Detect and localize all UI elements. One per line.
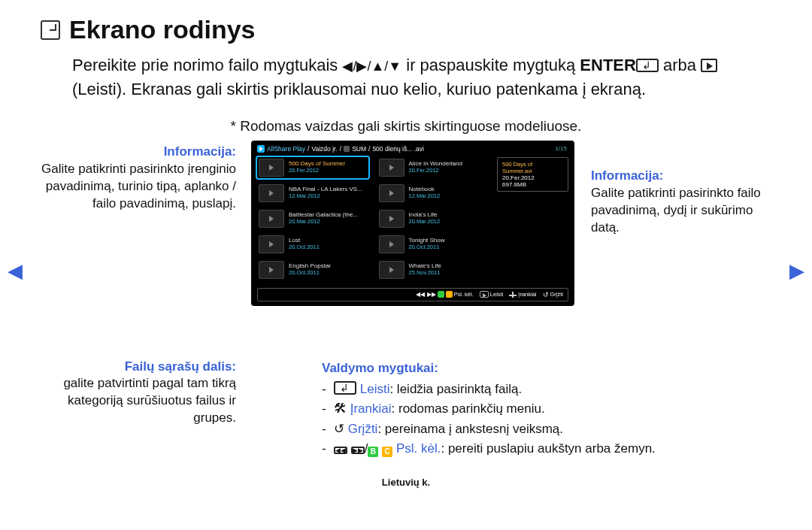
enter-icon: [636, 59, 659, 72]
page-title: Ekrano rodinys: [69, 15, 256, 44]
control-tools: -🛠 Įrankiai: rodomas parinkčių meniu.: [322, 399, 771, 419]
yellow-c-icon: C: [382, 447, 392, 457]
control-page: - /B C Psl. kėl.: pereiti puslapiu aukšt…: [322, 439, 771, 459]
play-icon: [701, 59, 717, 72]
list-item[interactable]: Lost20.Oct.2011: [257, 234, 368, 255]
breadcrumb: AllShare Play / Vaizdo įr. / SUM / 500 d…: [257, 145, 568, 153]
left-info-text: Galite patikrinti pasirinkto įrenginio p…: [41, 161, 236, 213]
forward-icon: [351, 447, 365, 454]
control-return: -↺ Grįžti: pereinama į ankstesnį veiksmą…: [322, 419, 771, 439]
list-item[interactable]: NBA Final - LA Lakers VS...12.Mar.2012: [257, 183, 368, 204]
green-b-icon: B: [368, 447, 378, 457]
page-indicator: 1/15: [555, 145, 567, 152]
enter-icon: [334, 381, 356, 395]
dpad-arrows: ◀/▶/▲/▼: [342, 59, 401, 74]
list-item[interactable]: Alice In Wonderland20.Fer.2012: [377, 157, 489, 178]
list-item[interactable]: Battlestar Galactica (the...20.Mar.2012: [257, 208, 368, 229]
allshare-icon: [257, 145, 265, 153]
file-column-1: 500 Days of Summer20.Fer.2012 NBA Final …: [257, 157, 368, 280]
tools-icon: 🛠: [334, 401, 347, 416]
files-section-label: Failų sąrašų dalis:: [41, 359, 236, 376]
tv-screenshot: AllShare Play / Vaizdo įr. / SUM / 500 d…: [251, 141, 574, 306]
tv-bottom-bar: ◀◀ ▶▶ Psl. kėl. Leisti Įrankiai ↺ Grįžti: [257, 288, 568, 301]
file-info-panel: 500 Days of Summer.avi 20.Fer.2012 697.8…: [497, 157, 568, 192]
return-icon: ↺: [334, 422, 344, 436]
play-icon: [480, 291, 489, 298]
manual-section-icon: [41, 20, 60, 40]
left-info-label: Informacija:: [41, 144, 236, 161]
list-item[interactable]: English Popstar20.Oct.2011: [257, 259, 368, 280]
model-note: * Rodomas vaizdas gali skirtis skirtingu…: [41, 118, 771, 135]
tools-icon: [509, 292, 517, 298]
prev-page-arrow[interactable]: ◀: [8, 259, 23, 283]
right-info-label: Informacija:: [591, 168, 770, 185]
intro-paragraph: Pereikite prie norimo failo mygtukais ◀/…: [72, 53, 771, 101]
next-page-arrow[interactable]: ▶: [789, 259, 804, 283]
right-info-text: Galite patikrinti pasirinkto failo pavad…: [591, 185, 770, 237]
file-column-2: Alice In Wonderland20.Fer.2012 Notebook1…: [377, 157, 489, 280]
list-item[interactable]: Whale's Life25.Nov.2011: [377, 259, 489, 280]
control-play: - Leisti: leidžia pasirinktą failą.: [322, 380, 771, 399]
usb-icon: [344, 146, 350, 152]
controls-label: Valdymo mygtukai:: [322, 359, 771, 378]
list-item[interactable]: 500 Days of Summer20.Fer.2012: [257, 157, 368, 178]
list-item[interactable]: Notebook12.Mar.2012: [377, 183, 489, 204]
list-item[interactable]: India's Life20.Mar.2012: [377, 208, 489, 229]
rewind-icon: [334, 447, 347, 454]
page-language-footer: Lietuvių k.: [41, 477, 771, 488]
files-section-text: galite patvirtinti pagal tam tikrą kateg…: [41, 375, 236, 427]
list-item[interactable]: Tonight Show20.Oct.2011: [377, 234, 489, 255]
return-icon: ↺: [543, 291, 549, 298]
